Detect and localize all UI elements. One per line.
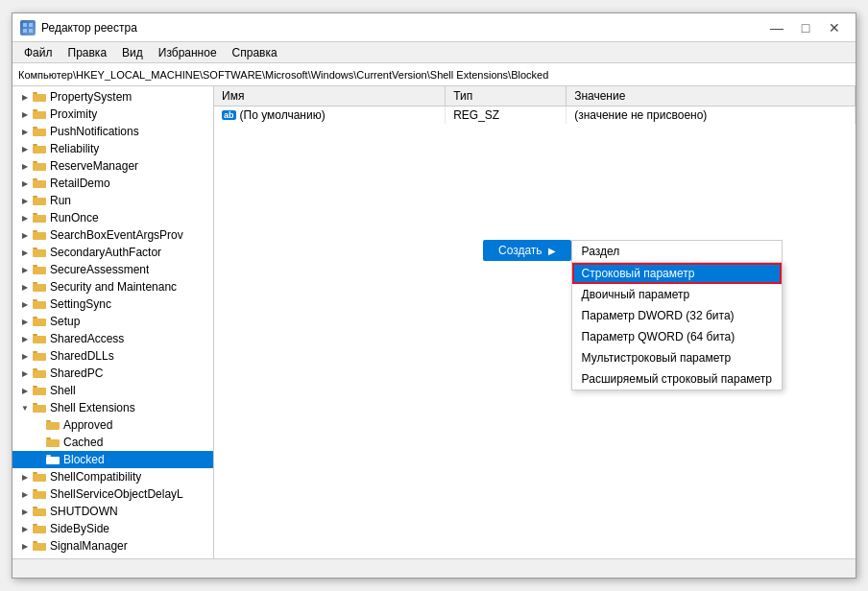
tree-item[interactable]: ▶Reliability [12,140,213,157]
menu-view[interactable]: Вид [114,44,151,61]
tree-item[interactable]: ▶SharedAccess [12,330,213,347]
svg-rect-28 [33,299,37,301]
tree-item[interactable]: ▶SHUTDOWN [12,503,213,520]
tree-item[interactable]: ▶SettingSync [12,296,213,313]
tree-item[interactable]: ▶SharedPC [12,365,213,382]
expand-icon: ▶ [18,384,32,397]
tree-item[interactable]: ▶PropertySystem [12,88,213,106]
svg-rect-3 [29,29,33,33]
svg-rect-10 [33,144,37,146]
tree-item[interactable]: ▶SignalManager [12,537,213,555]
reg-type: REG_SZ [446,106,567,125]
svg-rect-1 [29,23,33,27]
menu-file[interactable]: Файл [16,44,60,61]
tree-item[interactable]: ▶Setup [12,313,213,330]
expand-icon: ▶ [18,470,32,484]
svg-rect-5 [33,94,46,102]
submenu-item[interactable]: Мультистроковый параметр [572,347,782,368]
close-button[interactable]: ✕ [821,18,848,37]
folder-icon [32,263,47,276]
svg-rect-14 [33,178,37,180]
submenu-item[interactable]: Двоичный параметр [572,284,782,305]
tree-item[interactable]: ▶PushNotifications [12,123,213,140]
tree-item[interactable]: ▶SearchBoxEventArgsProv [12,226,213,244]
tree-item[interactable]: ▶RetailDemo [12,175,213,192]
svg-rect-22 [33,248,37,249]
tree-item[interactable]: Blocked [12,451,213,468]
folder-icon [32,142,47,155]
submenu-item[interactable]: Строковый параметр [572,263,782,284]
folder-icon [32,280,47,294]
expand-icon [32,436,45,449]
submenu-item[interactable]: Параметр QWORD (64 бита) [572,326,782,347]
svg-rect-44 [46,437,51,439]
tree-item[interactable]: ▶ShellCompatibility [12,468,213,485]
tree-item[interactable]: ▶RunOnce [12,209,213,226]
submenu-header-label: Раздел [582,245,620,258]
title-bar-left: Редактор реестра [20,20,137,35]
tree-item[interactable]: ▶Shell [12,382,213,399]
svg-rect-47 [46,457,60,464]
tree-item-label: SettingSync [50,297,111,311]
svg-rect-30 [33,317,37,319]
svg-rect-56 [33,541,37,543]
tree-item[interactable]: ▶Proximity [12,106,213,123]
folder-icon [32,539,47,553]
svg-rect-53 [33,508,46,516]
expand-icon: ▶ [18,211,32,225]
expand-icon: ▼ [18,401,32,414]
svg-rect-12 [33,161,37,163]
tree-item[interactable]: ▶Security and Maintenanc [12,278,213,296]
menu-edit[interactable]: Правка [60,44,115,61]
tree-item[interactable]: ▶SharedDLLs [12,347,213,365]
svg-rect-0 [23,23,27,27]
registry-editor-window: Редактор реестра — □ ✕ Файл Правка Вид И… [12,12,856,579]
menu-favorites[interactable]: Избранное [151,44,225,61]
tree-item[interactable]: ▶ReserveManager [12,157,213,175]
tree-item[interactable]: ▶SecureAssessment [12,261,213,278]
tree-item-label: SearchBoxEventArgsProv [50,228,183,242]
svg-rect-6 [33,109,37,111]
tree-item-label: ReserveManager [50,159,138,173]
create-button[interactable]: Создать ▶ [483,240,571,261]
col-type: Тип [446,86,567,106]
tree-item[interactable]: ▶ShellServiceObjectDelayL [12,485,213,503]
expand-icon: ▶ [18,505,32,518]
registry-table: Имя Тип Значение ab(По умолчанию)REG_SZ(… [214,86,856,124]
app-icon [20,20,36,35]
tree-item[interactable]: ▶SideBySide [12,520,213,537]
svg-rect-41 [33,405,46,413]
tree-item-label: Reliability [50,142,99,155]
svg-rect-36 [33,368,37,370]
submenu-item[interactable]: Параметр DWORD (32 бита) [572,305,782,326]
tree-item-label: SignalManager [50,539,128,553]
tree-item[interactable]: Cached [12,434,213,451]
folder-icon [32,470,47,484]
submenu-item[interactable]: Расширяемый строковый параметр [572,368,782,390]
tree-item-label: PropertySystem [50,90,132,104]
svg-rect-2 [23,29,27,33]
svg-rect-25 [33,267,46,274]
tree-panel[interactable]: ▶PropertySystem▶Proximity▶PushNotificati… [12,86,214,558]
address-bar: Компьютер\HKEY_LOCAL_MACHINE\SOFTWARE\Mi… [12,63,856,86]
tree-item[interactable]: Approved [12,416,213,434]
svg-rect-15 [33,180,46,188]
address-path: Компьютер\HKEY_LOCAL_MACHINE\SOFTWARE\Mi… [18,69,548,81]
svg-rect-37 [33,370,46,378]
tree-item[interactable]: ▼Shell Extensions [12,399,213,416]
expand-icon: ▶ [18,349,32,363]
maximize-button[interactable]: □ [792,18,819,37]
tree-item[interactable]: ▶Run [12,192,213,209]
folder-icon [32,297,47,311]
tree-item-label: Approved [63,418,112,432]
table-row[interactable]: ab(По умолчанию)REG_SZ(значение не присв… [214,106,856,125]
folder-icon [32,246,47,259]
expand-icon: ▶ [18,263,32,276]
minimize-button[interactable]: — [763,18,790,37]
svg-rect-17 [33,198,46,205]
svg-rect-33 [33,336,46,343]
svg-rect-32 [33,334,37,336]
expand-icon: ▶ [18,107,32,121]
tree-item[interactable]: ▶SecondaryAuthFactor [12,244,213,261]
menu-help[interactable]: Справка [225,44,285,61]
